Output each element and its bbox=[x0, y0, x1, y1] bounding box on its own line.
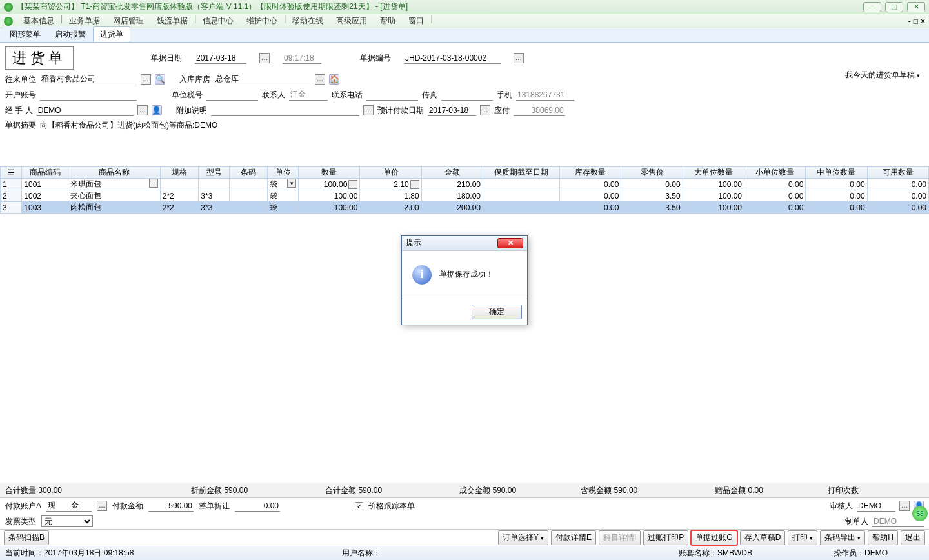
cell-model[interactable] bbox=[199, 179, 230, 190]
menu-item-6[interactable]: 移动在线 bbox=[286, 14, 330, 28]
bank-field[interactable] bbox=[40, 89, 137, 101]
cell-n[interactable]: 3 bbox=[1, 202, 22, 214]
audit-picker[interactable]: … bbox=[899, 501, 910, 511]
cell-name[interactable]: 米琪面包… bbox=[68, 179, 160, 190]
cell-midQty[interactable]: 0.00 bbox=[806, 190, 867, 202]
handler-icon[interactable]: 👤 bbox=[152, 105, 162, 115]
warehouse-field[interactable]: 总仓库 bbox=[214, 74, 311, 85]
col-header-1[interactable]: 商品编码 bbox=[22, 167, 68, 179]
save-draft-button[interactable]: 存入草稿D bbox=[740, 530, 786, 545]
tab-2[interactable]: 进货单 bbox=[93, 26, 130, 42]
maximize-button[interactable]: ▢ bbox=[885, 2, 903, 12]
col-header-0[interactable]: ☰ bbox=[1, 167, 22, 179]
exit-button[interactable]: 退出 bbox=[901, 530, 925, 545]
cell-code[interactable]: 1001 bbox=[22, 179, 68, 190]
warehouse-picker[interactable]: … bbox=[315, 74, 325, 85]
cell-n[interactable]: 1 bbox=[1, 179, 22, 190]
cell-price[interactable]: 1.80 bbox=[360, 190, 421, 202]
audit-field[interactable]: DEMO bbox=[857, 500, 895, 512]
col-header-14[interactable]: 小单位数量 bbox=[744, 167, 806, 179]
col-header-5[interactable]: 条码 bbox=[229, 167, 268, 179]
cell-unit[interactable]: 袋▾ bbox=[268, 179, 299, 190]
cell-model[interactable]: 3*3 bbox=[199, 190, 230, 202]
price-track-checkbox[interactable]: ✓ bbox=[355, 502, 363, 510]
cell-barcode[interactable] bbox=[229, 202, 268, 214]
menu-item-0[interactable]: 基本信息 bbox=[17, 14, 61, 28]
menu-item-4[interactable]: 信息中心 bbox=[196, 14, 240, 28]
cell-code[interactable]: 1002 bbox=[22, 190, 68, 202]
notification-badge[interactable]: 58 bbox=[912, 506, 928, 521]
mdi-minimize[interactable]: - bbox=[908, 17, 911, 26]
supplier-field[interactable]: 稻香村食品公司 bbox=[40, 74, 137, 85]
col-header-16[interactable]: 可用数量 bbox=[867, 167, 928, 179]
menu-item-1[interactable]: 业务单据 bbox=[63, 14, 106, 28]
col-header-3[interactable]: 规格 bbox=[160, 167, 199, 179]
mdi-close[interactable]: × bbox=[921, 17, 925, 26]
bill-date-field[interactable]: 2017-03-18 bbox=[195, 52, 246, 64]
cell-exp[interactable] bbox=[483, 179, 560, 190]
paydate-picker[interactable]: … bbox=[480, 105, 490, 115]
cell-unit[interactable]: 袋 bbox=[268, 202, 299, 214]
menu-item-8[interactable]: 帮助 bbox=[374, 14, 402, 28]
barcode-scan-button[interactable]: 条码扫描B bbox=[4, 530, 49, 545]
menu-item-7[interactable]: 高级应用 bbox=[330, 14, 374, 28]
cell-spec[interactable] bbox=[160, 179, 199, 190]
cell-code[interactable]: 1003 bbox=[22, 202, 68, 214]
items-grid[interactable]: ☰商品编码商品名称规格型号条码单位数量单价金额保质期截至日期库存数量零售价大单位… bbox=[0, 166, 929, 214]
print-button[interactable]: 打印 bbox=[788, 530, 817, 545]
pay-acct-picker[interactable]: … bbox=[97, 501, 107, 511]
phone-field[interactable] bbox=[366, 89, 418, 101]
order-select-button[interactable]: 订单选择Y bbox=[498, 530, 548, 545]
cell-bigQty[interactable]: 100.00 bbox=[683, 179, 744, 190]
note-field[interactable] bbox=[211, 105, 359, 116]
post-print-button[interactable]: 过账打印P bbox=[643, 530, 688, 545]
cell-amt[interactable]: 200.00 bbox=[421, 202, 483, 214]
cell-smallQty[interactable]: 0.00 bbox=[744, 190, 806, 202]
disc-field[interactable]: 0.00 bbox=[235, 500, 280, 512]
cell-smallQty[interactable]: 0.00 bbox=[744, 179, 806, 190]
cell-spec[interactable]: 2*2 bbox=[160, 202, 199, 214]
bill-no-field[interactable]: JHD-2017-03-18-00002 bbox=[404, 52, 501, 64]
cell-stock[interactable]: 0.00 bbox=[560, 179, 621, 190]
cell-bigQty[interactable]: 100.00 bbox=[683, 190, 744, 202]
cell-n[interactable]: 2 bbox=[1, 190, 22, 202]
pay-detail-button[interactable]: 付款详情E bbox=[551, 530, 596, 545]
cell-price[interactable]: 2.00 bbox=[360, 202, 421, 214]
menu-item-3[interactable]: 钱流单据 bbox=[150, 14, 194, 28]
menu-item-9[interactable]: 窗口 bbox=[402, 14, 430, 28]
cell-unit[interactable]: 袋 bbox=[268, 190, 299, 202]
cell-midQty[interactable]: 0.00 bbox=[806, 179, 867, 190]
supplier-picker[interactable]: … bbox=[141, 74, 151, 85]
cell-exp[interactable] bbox=[483, 202, 560, 214]
cell-retail[interactable]: 0.00 bbox=[621, 179, 683, 190]
paydate-field[interactable]: 2017-03-18 bbox=[428, 105, 476, 116]
col-header-8[interactable]: 单价 bbox=[360, 167, 421, 179]
post-bill-button[interactable]: 单据过账G bbox=[691, 530, 737, 545]
col-header-11[interactable]: 库存数量 bbox=[560, 167, 621, 179]
table-row[interactable]: 31003肉松面包2*23*3袋100.002.00200.000.003.50… bbox=[1, 202, 929, 214]
cell-qty[interactable]: 100.00 bbox=[299, 202, 360, 214]
cell-name[interactable]: 肉松面包 bbox=[68, 202, 160, 214]
cell-name[interactable]: 夹心面包 bbox=[68, 190, 160, 202]
bill-no-picker[interactable]: … bbox=[514, 53, 524, 63]
tax-field[interactable] bbox=[206, 89, 258, 101]
pay-amt-field[interactable]: 590.00 bbox=[148, 500, 194, 512]
col-header-9[interactable]: 金额 bbox=[421, 167, 483, 179]
cell-picker-icon[interactable]: … bbox=[348, 180, 357, 189]
close-button[interactable]: ✕ bbox=[907, 2, 925, 12]
note-picker[interactable]: … bbox=[363, 105, 374, 115]
cell-avail[interactable]: 0.00 bbox=[867, 190, 928, 202]
col-header-2[interactable]: 商品名称 bbox=[68, 167, 160, 179]
table-row[interactable]: 21002夹心面包2*23*3袋100.001.80180.000.003.50… bbox=[1, 190, 929, 202]
cell-price[interactable]: 2.10… bbox=[360, 179, 421, 190]
cell-bigQty[interactable]: 100.00 bbox=[683, 202, 744, 214]
col-header-7[interactable]: 数量 bbox=[299, 167, 360, 179]
tab-1[interactable]: 启动报警 bbox=[48, 26, 93, 42]
dialog-ok-button[interactable]: 确定 bbox=[472, 305, 522, 319]
dialog-close-button[interactable]: ✕ bbox=[497, 238, 523, 248]
table-row[interactable]: 11001米琪面包…袋▾100.00…2.10…210.000.000.0010… bbox=[1, 179, 929, 190]
cell-qty[interactable]: 100.00… bbox=[299, 179, 360, 190]
cell-spec[interactable]: 2*2 bbox=[160, 190, 199, 202]
fax-field[interactable] bbox=[441, 89, 493, 101]
draft-link[interactable]: 我今天的进货单草稿 ▾ bbox=[845, 70, 920, 81]
